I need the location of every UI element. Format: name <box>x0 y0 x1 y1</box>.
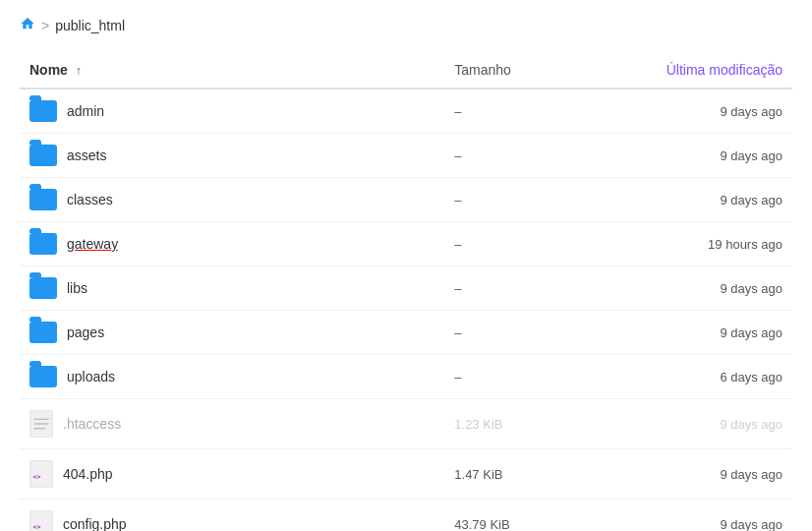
file-modified: 6 days ago <box>599 355 792 399</box>
folder-icon <box>29 189 57 210</box>
file-modified: 9 days ago <box>599 500 792 532</box>
file-name: admin <box>67 103 104 119</box>
file-name: .htaccess <box>63 416 121 432</box>
file-name: pages <box>67 324 104 340</box>
svg-text:<>: <> <box>33 523 41 531</box>
folder-icon <box>29 100 57 122</box>
file-name: assets <box>67 148 106 163</box>
file-name: 404.php <box>63 466 113 482</box>
table-row[interactable]: <> config.php43.79 KiB9 days ago <box>20 500 792 532</box>
file-modified: 9 days ago <box>599 266 792 311</box>
table-row[interactable]: pages–9 days ago <box>20 311 792 355</box>
sort-arrow-icon: ↑ <box>76 64 82 78</box>
file-name: gateway <box>67 236 118 252</box>
folder-icon <box>29 322 57 343</box>
file-size: – <box>444 266 599 311</box>
breadcrumb-separator: > <box>41 18 49 33</box>
file-modified: 9 days ago <box>599 311 792 355</box>
table-row[interactable]: libs–9 days ago <box>20 266 792 311</box>
folder-icon <box>29 277 57 299</box>
file-size: – <box>444 222 599 266</box>
file-size: – <box>444 355 599 399</box>
file-modified: 19 hours ago <box>599 222 792 266</box>
column-header-modified[interactable]: Última modificação <box>599 54 792 88</box>
file-modified: 9 days ago <box>599 399 792 449</box>
svg-text:<>: <> <box>33 473 41 481</box>
file-size: – <box>444 88 599 134</box>
breadcrumb-current: public_html <box>55 18 125 33</box>
htaccess-file-icon <box>29 410 53 438</box>
folder-icon <box>29 366 57 387</box>
file-modified: 9 days ago <box>599 134 792 178</box>
table-row[interactable]: assets–9 days ago <box>20 134 792 178</box>
folder-icon <box>29 233 57 255</box>
table-row[interactable]: .htaccess1.23 KiB9 days ago <box>20 399 792 449</box>
file-size: – <box>444 311 599 355</box>
php-file-icon: <> <box>29 460 53 488</box>
table-row[interactable]: uploads–6 days ago <box>20 355 792 399</box>
file-modified: 9 days ago <box>599 178 792 222</box>
folder-icon <box>29 145 57 166</box>
table-row[interactable]: admin–9 days ago <box>20 88 792 134</box>
table-header-row: Nome ↑ Tamanho Última modificação <box>20 54 792 88</box>
file-size: 1.23 KiB <box>444 399 599 449</box>
file-table: Nome ↑ Tamanho Última modificação admin–… <box>20 54 792 531</box>
table-row[interactable]: gateway–19 hours ago <box>20 222 792 266</box>
table-row[interactable]: classes–9 days ago <box>20 178 792 222</box>
file-size: 1.47 KiB <box>444 449 599 500</box>
column-header-size[interactable]: Tamanho <box>444 54 599 88</box>
file-size: – <box>444 134 599 178</box>
file-modified: 9 days ago <box>599 449 792 500</box>
breadcrumb-home-icon[interactable] <box>20 16 35 34</box>
breadcrumb: > public_html <box>20 16 792 34</box>
table-row[interactable]: <> 404.php1.47 KiB9 days ago <box>20 449 792 500</box>
file-name: uploads <box>67 369 115 384</box>
file-name: libs <box>67 280 87 296</box>
php-file-icon: <> <box>29 510 53 531</box>
file-name: classes <box>67 192 113 207</box>
file-size: – <box>444 178 599 222</box>
file-size: 43.79 KiB <box>444 500 599 532</box>
column-header-name[interactable]: Nome ↑ <box>20 54 444 88</box>
file-modified: 9 days ago <box>599 88 792 134</box>
file-name: config.php <box>63 516 127 531</box>
